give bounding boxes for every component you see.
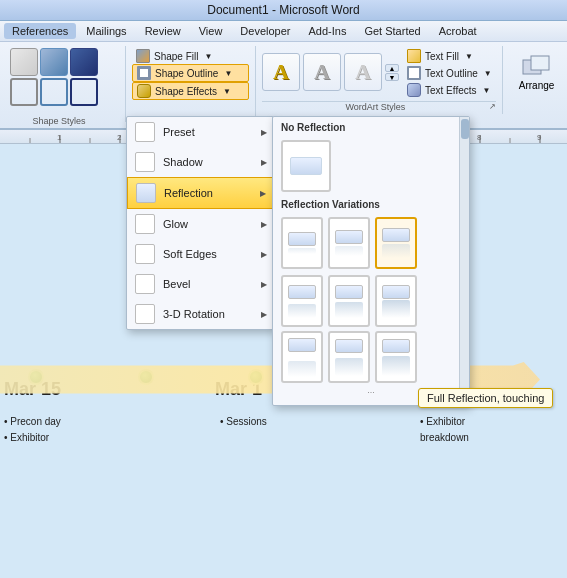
reflection-icon [136,183,156,203]
dropdown-arrow-effects: ▼ [223,87,231,96]
wordart-btn-1[interactable]: A [262,53,300,91]
shape-effects-dropdown: Preset Shadow Reflection Glow Soft Edges… [126,116,274,330]
style-swatch-5[interactable] [40,78,68,106]
refl-swatch-6[interactable] [375,275,417,327]
svg-text:1: 1 [57,133,62,142]
menu-mailings[interactable]: Mailings [78,23,134,39]
wordart-scroll[interactable]: ▲ ▼ [385,64,399,81]
shape-effects-btn[interactable]: Shape Effects ▼ [132,82,249,100]
refl-swatch-4[interactable] [281,275,323,327]
shape-outline-btn[interactable]: Shape Outline ▼ [132,64,249,82]
menu-references[interactable]: References [4,23,76,39]
menu-addins[interactable]: Add-Ins [301,23,355,39]
dropdown-arrow-outline: ▼ [224,69,232,78]
style-swatch-1[interactable] [10,48,38,76]
shape-fill-btn[interactable]: Shape Fill ▼ [132,48,249,64]
reflection-submenu: No Reflection Reflection Variations [272,116,470,406]
shadow-icon [135,152,155,172]
text-effects-btn[interactable]: Text Effects ▼ [403,82,496,98]
shape-fill-icon [136,49,150,63]
no-reflection-header: No Reflection [273,117,469,136]
svg-text:9: 9 [537,133,542,142]
refl-swatch-7[interactable] [281,331,323,383]
svg-text:8: 8 [477,133,482,142]
no-reflection-grid [273,136,469,194]
wordart-btn-2[interactable]: A [303,53,341,91]
bullets-right: • Exhibitor breakdown [420,414,469,446]
shape-styles-section: Shape Styles [6,46,126,122]
no-reflection-swatch[interactable] [281,140,331,192]
style-swatch-4[interactable] [10,78,38,106]
dropdown-arrow-fill: ▼ [204,52,212,61]
softedges-icon [135,244,155,264]
bullets-left: • Precon day • Exhibitor [4,414,61,446]
refl-swatch-5[interactable] [328,275,370,327]
dropdown-arrow-texteffects: ▼ [483,86,491,95]
variations-header: Reflection Variations [273,194,469,213]
style-swatch-6[interactable] [70,78,98,106]
wordart-small-btns: Text Fill ▼ Text Outline ▼ Text Effects … [403,48,496,98]
menu-review[interactable]: Review [137,23,189,39]
bullets-mid: • Sessions [220,414,267,430]
text-outline-btn[interactable]: Text Outline ▼ [403,65,496,81]
menu-view[interactable]: View [191,23,231,39]
tooltip: Full Reflection, touching [418,388,553,408]
refl-swatch-3-selected[interactable] [375,217,417,269]
reflection-variations-row1 [273,213,469,273]
dropdown-item-reflection[interactable]: Reflection [127,177,273,209]
shape-styles-label: Shape Styles [4,116,114,126]
reflection-variations-row2 [273,273,469,329]
dropdown-item-preset[interactable]: Preset [127,117,273,147]
text-effects-icon [407,83,421,97]
glow-icon [135,214,155,234]
bevel-icon [135,274,155,294]
scroll-thumb [461,119,469,139]
refl-swatch-9[interactable] [375,331,417,383]
menu-acrobat[interactable]: Acrobat [431,23,485,39]
arrange-icon [521,52,553,80]
dropdown-item-3drotation[interactable]: 3-D Rotation [127,299,273,329]
menu-developer[interactable]: Developer [232,23,298,39]
svg-text:2: 2 [117,133,122,142]
wordart-label: WordArt Styles ↗ [262,101,496,112]
dropdown-item-softedges[interactable]: Soft Edges [127,239,273,269]
reflection-variations-row3 [273,329,469,385]
title-text: Document1 - Microsoft Word [207,3,360,17]
style-swatch-3[interactable] [70,48,98,76]
no-reflection-shape [290,157,322,175]
dropdown-item-glow[interactable]: Glow [127,209,273,239]
shape-effects-icon [137,84,151,98]
arrange-section: Arrange [503,46,567,109]
preset-icon [135,122,155,142]
svg-rect-1 [531,56,549,70]
text-fill-btn[interactable]: Text Fill ▼ [403,48,496,64]
refl-swatch-1[interactable] [281,217,323,269]
menu-getstarted[interactable]: Get Started [356,23,428,39]
dropdown-arrow-textfill: ▼ [465,52,473,61]
dropdown-item-bevel[interactable]: Bevel [127,269,273,299]
shape-outline-icon [137,66,151,80]
text-fill-icon [407,49,421,63]
menu-bar: References Mailings Review View Develope… [0,21,567,42]
text-outline-icon [407,66,421,80]
arrange-btn[interactable]: Arrange [513,50,561,93]
3drotation-icon [135,304,155,324]
wordart-btn-3[interactable]: A [344,53,382,91]
dropdown-arrow-textoutline: ▼ [484,69,492,78]
title-bar: Document1 - Microsoft Word [0,0,567,21]
refl-swatch-2[interactable] [328,217,370,269]
dropdown-item-shadow[interactable]: Shadow [127,147,273,177]
submenu-scrollbar[interactable] [459,117,469,405]
shape-format-section: Shape Fill ▼ Shape Outline ▼ Shape Effec… [126,46,256,116]
wordart-section: A A A ▲ ▼ Text Fill ▼ Text Outline ▼ [256,46,503,114]
wordart-expand[interactable]: ↗ [489,102,496,111]
refl-swatch-8[interactable] [328,331,370,383]
arrange-label: Arrange [519,80,555,91]
style-swatch-2[interactable] [40,48,68,76]
